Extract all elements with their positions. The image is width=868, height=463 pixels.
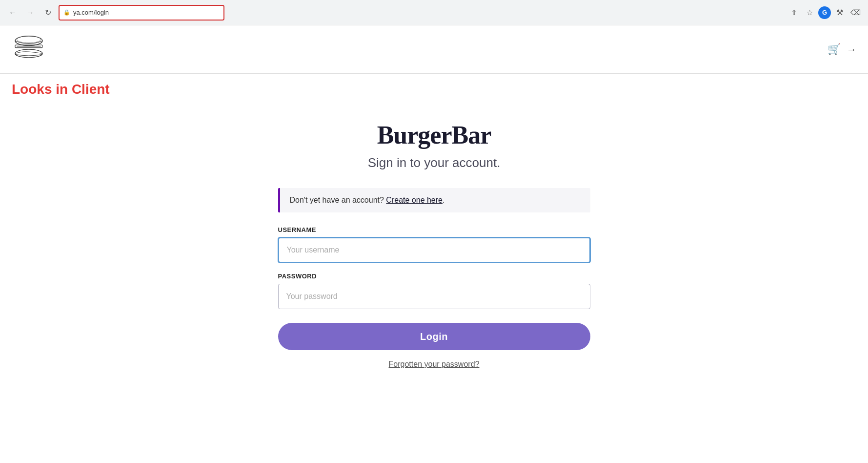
forgot-password-link[interactable]: Forgotten your password?: [278, 360, 590, 369]
signin-subtitle: Sign in to your account.: [368, 155, 501, 170]
svg-point-2: [15, 49, 42, 58]
address-bar-container: 🔒 ya.com/login: [59, 5, 224, 21]
create-account-banner: Don't yet have an account? Create one he…: [278, 188, 590, 212]
google-avatar[interactable]: G: [818, 6, 831, 19]
create-account-text-before: Don't yet have an account?: [290, 196, 386, 204]
forward-button[interactable]: →: [23, 6, 37, 20]
username-input[interactable]: [278, 237, 590, 263]
create-account-link[interactable]: Create one here: [386, 196, 443, 204]
share-button[interactable]: ⇧: [787, 6, 801, 20]
menu-button[interactable]: ⌫: [848, 6, 862, 20]
forward-arrow-icon[interactable]: →: [847, 44, 856, 55]
password-input[interactable]: [278, 284, 590, 309]
bookmark-button[interactable]: ☆: [803, 6, 816, 20]
browser-chrome: ← → ↻ 🔒 ya.com/login ⇧ ☆ G ⚒ ⌫: [0, 0, 868, 25]
svg-point-5: [17, 36, 41, 43]
site-header: 🛒 →: [0, 25, 868, 74]
username-label: USERNAME: [278, 226, 590, 233]
page-content: 🛒 → Looks in Client BurgerBar Sign in to…: [0, 25, 868, 463]
login-container: BurgerBar Sign in to your account. Don't…: [0, 101, 868, 398]
refresh-button[interactable]: ↻: [41, 6, 55, 20]
cart-icon[interactable]: 🛒: [828, 43, 841, 56]
lock-icon: 🔒: [63, 9, 70, 16]
puzzle-icon: ⚒: [836, 8, 843, 17]
back-button[interactable]: ←: [6, 6, 20, 20]
username-field-group: USERNAME: [278, 226, 590, 263]
login-button[interactable]: Login: [278, 323, 590, 350]
browser-actions: ⇧ ☆ G ⚒ ⌫: [787, 6, 862, 20]
password-label: PASSWORD: [278, 273, 590, 280]
password-field-group: PASSWORD: [278, 273, 590, 309]
site-logo: [12, 31, 46, 65]
create-account-text-after: .: [443, 196, 444, 204]
address-text: ya.com/login: [73, 9, 109, 16]
form-card: Don't yet have an account? Create one he…: [278, 188, 590, 369]
logo-container[interactable]: [12, 31, 46, 67]
section-title: Looks in Client: [0, 74, 868, 101]
brand-name: BurgerBar: [377, 121, 491, 149]
extensions-button[interactable]: ⚒: [833, 6, 847, 20]
site-header-right: 🛒 →: [828, 43, 856, 56]
address-bar[interactable]: 🔒 ya.com/login: [59, 5, 224, 21]
